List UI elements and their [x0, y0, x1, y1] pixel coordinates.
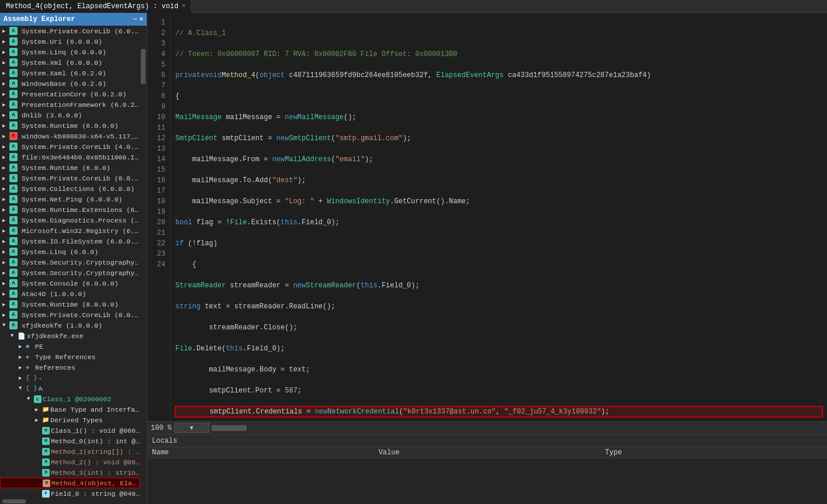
tree-item-field0[interactable]: F Field_0 : string @0400C…	[0, 488, 140, 498]
expand-arrow: ▶	[2, 291, 9, 297]
assembly-icon: A	[9, 216, 18, 224]
assembly-icon: A	[9, 142, 18, 151]
tree-item-presentationcore[interactable]: ▶ A PresentationCore (6.0.2.0)	[0, 89, 140, 99]
locals-col-name: Name	[147, 447, 374, 458]
tree-item-atac4d[interactable]: ▶ A Atac4D (1.0.0.0)	[0, 289, 140, 299]
tree-item-xfjdkeokfe[interactable]: ▼ A xfjdkeokfe (1.0.0.0)	[0, 320, 140, 331]
locals-title: Locals	[152, 437, 177, 445]
assembly-icon: A	[9, 279, 18, 287]
code-editor[interactable]: 12345 678910 1112131415 1617181920 21222…	[147, 13, 827, 421]
expand-arrow: ▶	[2, 123, 9, 129]
tree-item-microsoft-win32-registry[interactable]: ▶ A Microsoft.Win32.Registry (6.0.0.0)	[0, 225, 140, 236]
tree-item-system-private-corelib-4[interactable]: ▶ A System.Private.CoreLib (4.0.0.0)	[0, 141, 140, 152]
tree-item-system-runtime-ext[interactable]: ▶ A System.Runtime.Extensions (6.0.0.0)	[0, 204, 140, 215]
tree-item-system-linq-60[interactable]: ▶ A System.Linq (6.0.0)	[0, 246, 140, 257]
tree-item-base-type[interactable]: ▶ 📁 Base Type and Interfac…	[0, 404, 140, 415]
locals-table: Name Value Type	[147, 447, 827, 458]
assembly-icon: A	[9, 174, 18, 182]
assembly-icon: A	[9, 100, 18, 109]
locals-header: Locals	[147, 435, 827, 447]
tree-item-presentationframework[interactable]: ▶ A PresentationFramework (6.0.2.0)	[0, 99, 140, 110]
tree-item-system-xaml[interactable]: ▶ A System.Xaml (6.0.2.0)	[0, 68, 140, 78]
tree-item-dnlib[interactable]: ▶ A dnlib (3.6.0.0)	[0, 110, 140, 120]
tree-item-class1-ctor[interactable]: M Class_1() : void @0600…	[0, 425, 140, 436]
tree-item-method1[interactable]: M Method_1(string[]) : vo…	[0, 446, 140, 457]
tree-item-method0[interactable]: M Method_0(int) : int @0…	[0, 436, 140, 446]
expand-arrow: ▶	[2, 301, 9, 308]
tree-item-windowsbase[interactable]: ▶ A WindowsBase (6.0.2.0)	[0, 78, 140, 89]
tree-item-namespace-a[interactable]: ▼ { } A	[0, 383, 140, 394]
expand-arrow: ▼	[11, 333, 18, 339]
tree-item-system-private-corelib-800[interactable]: ▶ A System.Private.CoreLib (8.0.0.0)	[0, 173, 140, 183]
scroll-thumb[interactable]	[212, 425, 247, 431]
assembly-tree[interactable]: ▶ A System.Private.CoreLib (6.0.0.0) ▶ A…	[0, 26, 140, 498]
assembly-icon: A	[9, 121, 18, 130]
tree-item-system-uri[interactable]: ▶ A System.Uri (6.0.0.0)	[0, 36, 140, 47]
bottom-area: 100 % ▾ Locals Name Value	[147, 421, 827, 504]
expand-arrow: ▼	[27, 396, 34, 402]
tree-item-system-console[interactable]: ▶ A System.Console (6.0.0.0)	[0, 278, 140, 289]
tree-item-method2[interactable]: M Method_2() : void @06…	[0, 457, 140, 467]
tree-item-references[interactable]: ▶ ◈ References	[0, 362, 140, 373]
tree-item-system-security-algo[interactable]: ▶ A System.Security.Cryptography.Algor…	[0, 257, 140, 267]
assembly-icon: A	[9, 164, 18, 172]
tree-item-system-runtime-60[interactable]: ▶ A System.Runtime (6.0.0)	[0, 162, 140, 173]
tree-item-system-net-ping[interactable]: ▶ A System.Net.Ping (6.0.0.0)	[0, 194, 140, 204]
expand-arrow: ▶	[2, 259, 9, 266]
tree-item-system-runtime-6[interactable]: ▶ A System.Runtime (6.0.0.0)	[0, 120, 140, 131]
tree-item-system-io-filesystem[interactable]: ▶ A System.IO.FileSystem (6.0.0.0)	[0, 236, 140, 246]
scroll-track[interactable]	[212, 425, 823, 432]
exe-icon: 📄	[18, 332, 26, 340]
expand-arrow: ▶	[2, 60, 9, 66]
zoom-dropdown-button[interactable]: ▾	[174, 423, 209, 433]
tree-item-system-collections[interactable]: ▶ A System.Collections (6.0.0.0)	[0, 183, 140, 194]
tree-item-dash-namespace[interactable]: ▶ { } -	[0, 373, 140, 383]
assembly-icon: A	[9, 248, 18, 256]
method-icon4: M	[42, 458, 50, 466]
tree-item-file-image[interactable]: ▶ A file:0x3e6484b0.0x85b11008.ImageSe…	[0, 152, 140, 162]
refs-icon2: ◈	[26, 364, 34, 371]
tree-item-system-private-corelib-800b[interactable]: ▶ A System.Private.CoreLib (8.0.0.0)	[0, 310, 140, 320]
method-icon: M	[42, 427, 50, 435]
assembly-icon: A	[9, 258, 18, 266]
tree-item-derived-types[interactable]: ▶ 📁 Derived Types	[0, 415, 140, 425]
tab-close-button[interactable]: ×	[182, 3, 185, 9]
close-panel-icon[interactable]: ×	[139, 16, 143, 23]
tree-item-system-runtime-8[interactable]: ▶ A System.Runtime (8.0.0.0)	[0, 299, 140, 310]
tree-item-system-private-corelib-6[interactable]: ▶ A System.Private.CoreLib (6.0.0.0)	[0, 26, 140, 36]
expand-arrow: ▶	[2, 49, 9, 55]
tree-item-method3[interactable]: M Method_3(int) : string…	[0, 467, 140, 478]
tree-item-type-references[interactable]: ▶ ◈ Type References	[0, 352, 140, 362]
hscrollbar-thumb[interactable]	[2, 499, 26, 503]
method-icon2: M	[42, 437, 50, 445]
tree-item-system-xml[interactable]: ▶ A System.Xml (6.0.0.0)	[0, 57, 140, 68]
scrollbar-thumb[interactable]	[141, 49, 146, 84]
tree-item-method4[interactable]: M Method_4(object, Elap…	[0, 478, 140, 488]
tree-item-xfjdkeokfe-exe[interactable]: ▼ 📄 xfjdkeokfe.exe	[0, 331, 140, 341]
expand-arrow: ▶	[2, 228, 9, 234]
panel-header-icons: ─ ×	[133, 16, 143, 23]
tree-item-system-diag-process[interactable]: ▶ A System.Diagnostics.Process (6.0.0.0)	[0, 215, 140, 225]
active-tab[interactable]: Method_4(object, ElapsedEventArgs) : voi…	[0, 0, 192, 13]
tree-item-pe[interactable]: ▶ ■ PE	[0, 341, 140, 352]
left-panel-hscrollbar[interactable]	[0, 498, 147, 504]
left-panel-scrollbar[interactable]	[140, 26, 147, 498]
expand-arrow: ▶	[2, 133, 9, 140]
main-area: Assembly Explorer ─ × ▶ A System.Private…	[0, 13, 827, 504]
assembly-icon: A	[9, 300, 18, 308]
assembly-icon: A	[9, 206, 18, 214]
expand-arrow: ▶	[2, 312, 9, 318]
method-icon6: M	[43, 479, 50, 487]
locals-col-value: Value	[374, 447, 601, 458]
tab-title: Method_4(object, ElapsedEventArgs) : voi…	[6, 2, 178, 11]
assembly-icon: A	[9, 311, 18, 319]
tree-item-windows-kb890830[interactable]: ▶ A windows-kb890830-x64-v5.117_4e8e…	[0, 131, 140, 141]
assembly-icon: A	[9, 27, 18, 35]
expand-arrow: ▶	[2, 196, 9, 203]
folder-icon: 📁	[42, 406, 49, 413]
tree-item-system-linq-6[interactable]: ▶ A System.Linq (6.0.0.0)	[0, 47, 140, 57]
tree-item-system-security-prim[interactable]: ▶ A System.Security.Cryptography.Primi…	[0, 267, 140, 278]
pin-icon[interactable]: ─	[133, 16, 137, 23]
tree-item-class1[interactable]: ▼ C Class_1 @02000002	[0, 394, 140, 404]
assembly-icon: A	[9, 153, 18, 161]
